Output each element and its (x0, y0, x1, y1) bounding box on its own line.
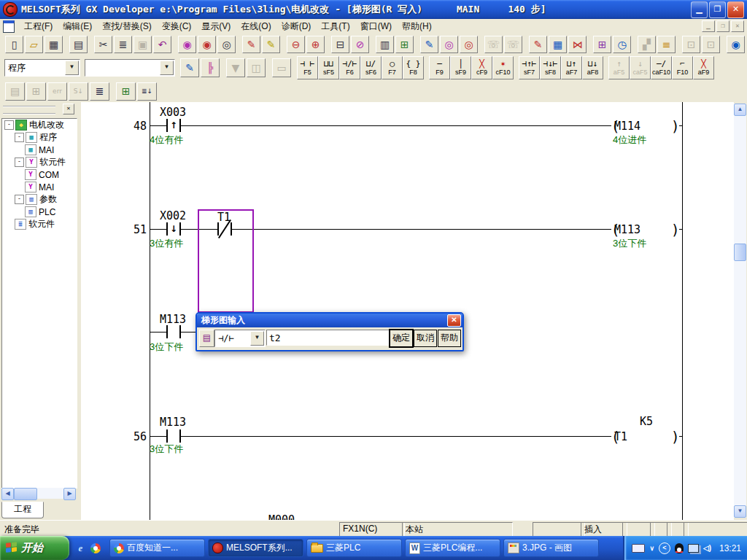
menu-item-3[interactable]: 变换(C) (157, 20, 197, 33)
close-button[interactable]: ✕ (727, 1, 744, 18)
menu-item-5[interactable]: 在线(O) (236, 20, 276, 33)
open-branch-fkey[interactable]: ⊔⊔sF5 (318, 56, 339, 79)
remote-run-icon[interactable]: ▭ (272, 58, 291, 77)
chevron-down-icon[interactable]: ▼ (160, 61, 174, 75)
find-step-icon[interactable]: ◎ (440, 36, 458, 53)
menu-item-9[interactable]: 帮助(H) (397, 20, 437, 33)
replace-device-icon[interactable]: ✎ (242, 36, 260, 53)
tab-project[interactable]: 工程 (1, 502, 44, 518)
delete-hline-fkey[interactable]: ╳cF9 (471, 56, 492, 79)
remote-operation-icon[interactable]: ▞ (638, 36, 656, 53)
falling-pulse-fkey[interactable]: ⊣↓⊢sF8 (540, 56, 561, 79)
step-run-icon[interactable]: S↓ (69, 82, 88, 101)
device-entry-select[interactable]: ▼ (85, 59, 175, 77)
tree-item-4[interactable]: YCOM (2, 168, 77, 181)
closed-contact-fkey[interactable]: ⊣/⊢F6 (339, 56, 360, 79)
rising-branch-fkey[interactable]: ⊔↑aF7 (561, 56, 582, 79)
chevron-up-icon[interactable]: ∨ (649, 545, 654, 552)
find-string-icon[interactable]: ◎ (460, 36, 478, 53)
tree-item-1[interactable]: -▦程序 (2, 131, 77, 144)
program-edit-icon[interactable]: ✎ (420, 36, 438, 53)
cross-reference-icon[interactable]: ⊞ (116, 82, 136, 101)
coil-label[interactable]: M113 (614, 223, 661, 236)
line-draw-fkey[interactable]: ⌐F10 (672, 56, 693, 79)
monitor-read-icon[interactable]: ⊡ (702, 36, 720, 53)
chevron-down-icon[interactable]: ▼ (250, 331, 264, 346)
program-type-select[interactable]: 程序 ▼ (4, 59, 80, 77)
closed-branch-fkey[interactable]: ⊔/sF6 (360, 56, 382, 79)
monitor-write-icon[interactable]: ⊡ (682, 36, 700, 53)
find-contact-icon[interactable]: ◉ (178, 36, 196, 53)
project-data-list-icon[interactable]: ⊘ (351, 36, 369, 53)
open-contact[interactable] (166, 429, 181, 443)
telephone-disconnect-icon[interactable]: ☏ (504, 36, 522, 53)
taskbar-button-3[interactable]: 三菱PLC编程... (405, 539, 500, 557)
sampling-trace-icon[interactable]: ▤ (5, 82, 25, 101)
paste-icon[interactable]: ▣ (133, 36, 152, 53)
keyboard-icon[interactable] (632, 544, 645, 553)
coil-label[interactable]: M114 (614, 120, 661, 133)
symbol-history-icon[interactable]: ▤ (199, 330, 214, 347)
list-of-used-icon[interactable]: ≣↓ (137, 82, 157, 101)
menu-item-4[interactable]: 显示(V) (196, 20, 236, 33)
device-input[interactable] (266, 330, 392, 346)
chevron-down-icon[interactable]: ▼ (65, 61, 79, 75)
device-test-icon[interactable]: ▼ (226, 58, 245, 77)
tree-expand-icon[interactable]: - (15, 133, 24, 142)
error-jump-icon[interactable]: err (47, 82, 67, 101)
find-device-icon[interactable]: ◉ (198, 36, 216, 53)
tile-windows-icon[interactable]: ⊟ (331, 36, 349, 53)
taskbar-button-2[interactable]: 三菱PLC (306, 539, 402, 557)
panel-grip[interactable] (3, 106, 55, 114)
start-button[interactable]: 开始 (0, 536, 69, 560)
ladder-editor[interactable]: 48 X003 ↑ 4位有件 ( M114 ) 4位进件 51 (81, 102, 734, 520)
symbol-select[interactable]: ⊣/⊢ ▼ (214, 330, 266, 347)
minimize-button[interactable]: ▁ (691, 1, 708, 18)
ok-button[interactable]: 确定 (390, 330, 413, 347)
scroll-left-icon[interactable]: ◀ (1, 488, 14, 500)
scroll-up-icon[interactable]: ▲ (734, 104, 746, 116)
undo-icon[interactable]: ↶ (153, 36, 171, 53)
forced-io-icon[interactable]: ◫ (247, 58, 266, 77)
tree-item-3[interactable]: -Y软元件 (2, 156, 77, 168)
menu-item-1[interactable]: 编辑(E) (58, 20, 97, 33)
network-icon[interactable] (688, 544, 699, 553)
entry-monitor-icon[interactable]: ⊞ (26, 82, 46, 101)
find-instruction-icon[interactable]: ◎ (217, 36, 236, 53)
mdi-close-button[interactable]: ✕ (731, 20, 744, 32)
ie-icon[interactable]: e (75, 542, 86, 553)
coil-fkey[interactable]: ◯F7 (382, 56, 403, 79)
tree-item-6[interactable]: -▥参数 (2, 193, 77, 206)
menu-item-6[interactable]: 诊断(D) (276, 20, 317, 33)
branch-mode-icon[interactable]: ╠ (201, 58, 220, 77)
tree-item-8[interactable]: ≣软元件 (2, 218, 77, 230)
scroll-down-icon[interactable]: ▼ (734, 505, 746, 518)
scrollbar-thumb[interactable] (14, 488, 37, 500)
write-to-plc-icon[interactable]: ✎ (529, 36, 547, 53)
panel-close-icon[interactable]: ✕ (63, 104, 74, 114)
copy-icon[interactable]: ≣ (114, 36, 132, 53)
open-contact[interactable] (166, 325, 181, 338)
new-project-icon[interactable]: ▯ (5, 36, 23, 53)
project-tree[interactable]: -◆电机改改-▦程序▦MAI-Y软元件YCOMYMAI-▥参数▥PLC≣软元件 (1, 118, 77, 489)
taskbar-button-0[interactable]: 百度知道一... (109, 539, 205, 557)
restore-button[interactable]: ❐ (709, 1, 726, 18)
mdi-restore-button[interactable]: ❐ (716, 20, 729, 32)
telephone-line-icon[interactable]: ☏ (484, 36, 503, 53)
volume-icon[interactable]: ◁) (703, 544, 712, 552)
tree-expand-icon[interactable]: - (15, 195, 24, 204)
rising-pulse-fkey[interactable]: ⊣↑⊢sF7 (519, 56, 540, 79)
tree-expand-icon[interactable]: - (15, 158, 24, 167)
tree-item-7[interactable]: ▥PLC (2, 206, 77, 218)
tree-expand-icon[interactable]: - (4, 120, 14, 130)
monitor-mode-icon[interactable]: ≡ (657, 36, 676, 53)
menu-item-2[interactable]: 查找/替换(S) (97, 20, 156, 33)
mdi-minimize-button[interactable]: ▁ (702, 20, 715, 32)
line-delete-fkey[interactable]: ╳aF9 (693, 56, 714, 79)
menu-item-7[interactable]: 工具(T) (316, 20, 355, 33)
tree-item-0[interactable]: -◆电机改改 (2, 119, 77, 131)
down-gray-fkey[interactable]: ↓caF5 (630, 56, 651, 79)
print-icon[interactable]: ▤ (69, 36, 88, 53)
menu-item-8[interactable]: 窗口(W) (355, 20, 397, 33)
hide-icons-icon[interactable]: < (659, 542, 670, 554)
